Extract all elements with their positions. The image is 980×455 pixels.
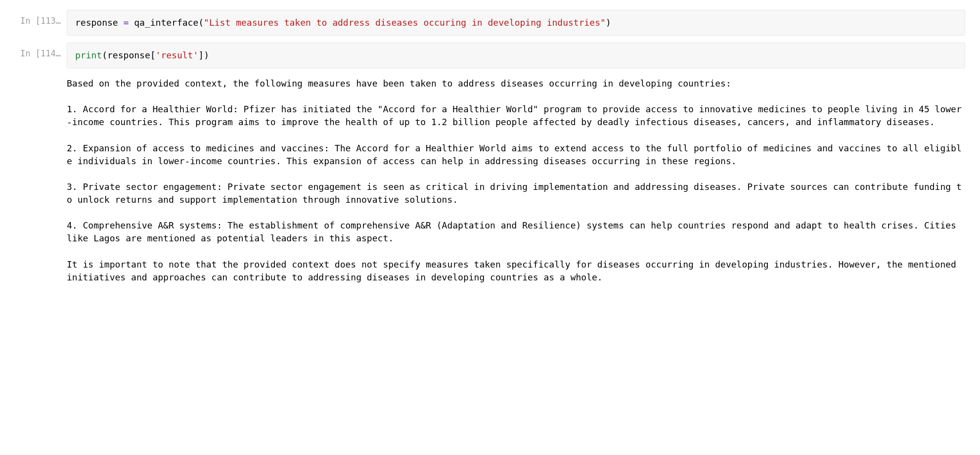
output-prompt-empty [15,75,67,80]
stdout-output: Based on the provided context, the follo… [67,75,965,284]
cell-prompt: In [114… [15,43,67,60]
output-cell: Based on the provided context, the follo… [15,75,965,284]
code-token-function: qa_interface [134,17,198,28]
code-token-paren-close: ) [606,17,611,28]
cell-body: response = qa_interface("List measures t… [67,10,965,36]
code-token-string: 'result' [156,50,199,60]
code-token-bracket-close: ] [198,50,204,60]
code-token-string: "List measures taken to address diseases… [204,17,606,28]
cell-body: print(response['result']) [67,43,965,68]
code-input-area[interactable]: response = qa_interface("List measures t… [67,10,965,36]
notebook-container: In [113… response = qa_interface("List m… [0,0,980,306]
code-token-paren-open: ( [102,50,107,60]
code-cell: In [114… print(response['result']) [15,43,965,68]
code-token-builtin: print [75,50,102,60]
cell-prompt: In [113… [15,10,67,27]
code-token-variable: response [75,17,118,28]
code-token-paren-close: ) [204,50,209,60]
code-token-operator: = [118,17,134,28]
code-token-variable: response [107,50,150,60]
code-input-area[interactable]: print(response['result']) [67,43,965,68]
code-token-bracket-open: [ [150,50,156,60]
code-cell: In [113… response = qa_interface("List m… [15,10,965,36]
cell-body: Based on the provided context, the follo… [67,75,965,284]
code-token-paren-open: ( [198,17,204,28]
